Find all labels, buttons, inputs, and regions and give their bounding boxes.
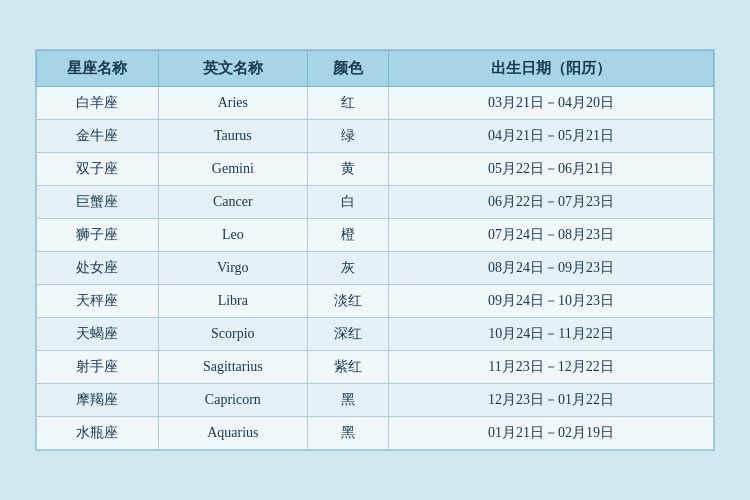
table-row: 狮子座Leo橙07月24日－08月23日 bbox=[37, 219, 714, 252]
cell-english: Scorpio bbox=[158, 318, 307, 351]
cell-color: 红 bbox=[307, 87, 388, 120]
cell-english: Gemini bbox=[158, 153, 307, 186]
table-row: 摩羯座Capricorn黑12月23日－01月22日 bbox=[37, 384, 714, 417]
cell-english: Aquarius bbox=[158, 417, 307, 450]
header-chinese: 星座名称 bbox=[37, 51, 159, 87]
cell-english: Aries bbox=[158, 87, 307, 120]
cell-date: 06月22日－07月23日 bbox=[389, 186, 714, 219]
zodiac-table: 星座名称 英文名称 颜色 出生日期（阳历） 白羊座Aries红03月21日－04… bbox=[36, 50, 714, 450]
table-row: 金牛座Taurus绿04月21日－05月21日 bbox=[37, 120, 714, 153]
cell-chinese: 狮子座 bbox=[37, 219, 159, 252]
cell-chinese: 处女座 bbox=[37, 252, 159, 285]
header-english: 英文名称 bbox=[158, 51, 307, 87]
table-row: 射手座Sagittarius紫红11月23日－12月22日 bbox=[37, 351, 714, 384]
cell-date: 11月23日－12月22日 bbox=[389, 351, 714, 384]
cell-chinese: 双子座 bbox=[37, 153, 159, 186]
table-row: 水瓶座Aquarius黑01月21日－02月19日 bbox=[37, 417, 714, 450]
cell-date: 12月23日－01月22日 bbox=[389, 384, 714, 417]
cell-date: 01月21日－02月19日 bbox=[389, 417, 714, 450]
table-row: 双子座Gemini黄05月22日－06月21日 bbox=[37, 153, 714, 186]
cell-chinese: 水瓶座 bbox=[37, 417, 159, 450]
table-header-row: 星座名称 英文名称 颜色 出生日期（阳历） bbox=[37, 51, 714, 87]
table-row: 天秤座Libra淡红09月24日－10月23日 bbox=[37, 285, 714, 318]
cell-date: 08月24日－09月23日 bbox=[389, 252, 714, 285]
cell-color: 白 bbox=[307, 186, 388, 219]
cell-color: 紫红 bbox=[307, 351, 388, 384]
cell-color: 绿 bbox=[307, 120, 388, 153]
cell-date: 07月24日－08月23日 bbox=[389, 219, 714, 252]
cell-date: 09月24日－10月23日 bbox=[389, 285, 714, 318]
cell-color: 灰 bbox=[307, 252, 388, 285]
cell-english: Taurus bbox=[158, 120, 307, 153]
cell-english: Sagittarius bbox=[158, 351, 307, 384]
cell-date: 10月24日－11月22日 bbox=[389, 318, 714, 351]
cell-chinese: 巨蟹座 bbox=[37, 186, 159, 219]
cell-chinese: 天秤座 bbox=[37, 285, 159, 318]
cell-english: Libra bbox=[158, 285, 307, 318]
table-row: 白羊座Aries红03月21日－04月20日 bbox=[37, 87, 714, 120]
cell-english: Leo bbox=[158, 219, 307, 252]
cell-english: Cancer bbox=[158, 186, 307, 219]
cell-chinese: 天蝎座 bbox=[37, 318, 159, 351]
cell-chinese: 摩羯座 bbox=[37, 384, 159, 417]
cell-chinese: 白羊座 bbox=[37, 87, 159, 120]
cell-color: 橙 bbox=[307, 219, 388, 252]
cell-date: 04月21日－05月21日 bbox=[389, 120, 714, 153]
zodiac-table-wrapper: 星座名称 英文名称 颜色 出生日期（阳历） 白羊座Aries红03月21日－04… bbox=[35, 49, 715, 451]
table-body: 白羊座Aries红03月21日－04月20日金牛座Taurus绿04月21日－0… bbox=[37, 87, 714, 450]
cell-english: Virgo bbox=[158, 252, 307, 285]
table-row: 处女座Virgo灰08月24日－09月23日 bbox=[37, 252, 714, 285]
cell-date: 05月22日－06月21日 bbox=[389, 153, 714, 186]
cell-chinese: 金牛座 bbox=[37, 120, 159, 153]
cell-color: 黄 bbox=[307, 153, 388, 186]
cell-english: Capricorn bbox=[158, 384, 307, 417]
cell-chinese: 射手座 bbox=[37, 351, 159, 384]
cell-date: 03月21日－04月20日 bbox=[389, 87, 714, 120]
cell-color: 黑 bbox=[307, 384, 388, 417]
cell-color: 黑 bbox=[307, 417, 388, 450]
header-date: 出生日期（阳历） bbox=[389, 51, 714, 87]
table-row: 天蝎座Scorpio深红10月24日－11月22日 bbox=[37, 318, 714, 351]
header-color: 颜色 bbox=[307, 51, 388, 87]
cell-color: 深红 bbox=[307, 318, 388, 351]
cell-color: 淡红 bbox=[307, 285, 388, 318]
table-row: 巨蟹座Cancer白06月22日－07月23日 bbox=[37, 186, 714, 219]
